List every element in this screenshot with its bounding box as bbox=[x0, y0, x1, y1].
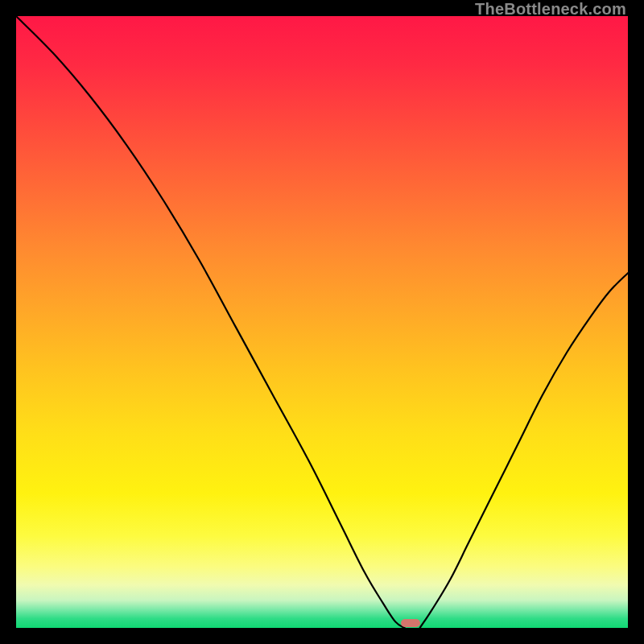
bottleneck-curve bbox=[16, 16, 628, 628]
chart-frame: TheBottleneck.com bbox=[0, 0, 644, 644]
curve-left-branch bbox=[16, 16, 405, 628]
curve-right-branch bbox=[420, 273, 628, 628]
trough-marker bbox=[401, 619, 420, 628]
